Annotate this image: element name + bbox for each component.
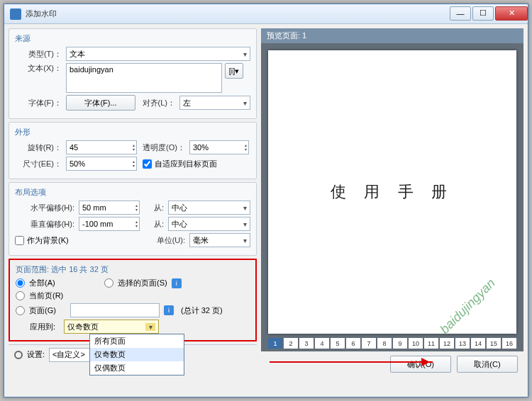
apply-combo[interactable]: 仅奇数页 (64, 320, 159, 334)
shape-title: 外形 (15, 127, 250, 137)
right-panel: 预览页面: 1 使 用 手 册 baidujingyan 1 2 3 4 5 6… (261, 28, 523, 373)
rotate-spin[interactable]: 45 (66, 140, 137, 154)
voffset-label: 垂直偏移(H): (15, 219, 79, 230)
scale-spin[interactable]: 50% (66, 157, 137, 171)
total-pages-text: (总计 32 页) (181, 305, 223, 316)
thumb[interactable]: 2 (284, 338, 298, 349)
apply-dropdown-list: 所有页面 仅奇数页 仅偶数页 (89, 334, 184, 375)
thumb[interactable]: 7 (362, 338, 376, 349)
left-panel: 来源 类型(T)： 文本 文本(X)： baidujingyan [i]▾ 字体… (9, 28, 257, 373)
unit-combo[interactable]: 毫米 (189, 233, 250, 247)
macro-button[interactable]: [i]▾ (225, 63, 243, 79)
pages-input[interactable] (70, 303, 160, 317)
bg-checkbox[interactable] (15, 236, 24, 245)
thumb[interactable]: 3 (299, 338, 314, 349)
thumb[interactable]: 15 (487, 338, 501, 349)
thumb[interactable]: 4 (315, 338, 329, 349)
hfrom-label: 从: (140, 203, 168, 213)
thumb[interactable]: 6 (346, 338, 360, 349)
layout-title: 布局选项 (15, 187, 250, 198)
pages-info-icon: i (164, 305, 174, 315)
text-input[interactable]: baidujingyan (66, 63, 222, 93)
page-content-text: 使 用 手 册 (331, 181, 455, 203)
range-pages-radio[interactable] (16, 306, 25, 315)
scale-label: 尺寸(EE)： (15, 159, 66, 169)
range-all-radio[interactable] (16, 278, 25, 288)
layout-group: 布局选项 水平偏移(H): 50 mm 从: 中心 垂直偏移(H): -100 … (9, 182, 257, 256)
preview-area: 使 用 手 册 baidujingyan 1 2 3 4 5 6 7 8 9 1… (261, 43, 523, 351)
maximize-button[interactable]: ☐ (472, 6, 494, 21)
thumb[interactable]: 8 (377, 338, 392, 349)
preview-header: 预览页面: 1 (261, 28, 523, 43)
range-pages-label: 页面(G) (29, 305, 66, 316)
font-label: 字体(F)： (15, 98, 66, 108)
type-combo[interactable]: 文本 (66, 47, 250, 61)
ok-button[interactable]: 确认(O) (390, 356, 451, 373)
apply-label: 应用到: (16, 322, 60, 332)
bg-label: 作为背景(K) (27, 235, 150, 246)
minimize-button[interactable]: — (450, 6, 471, 21)
settings-label: 设置: (27, 349, 45, 360)
opacity-label: 透明度(O)： (137, 142, 189, 153)
unit-label: 单位(U): (150, 235, 189, 246)
align-label: 对齐(L)： (135, 98, 179, 108)
titlebar: 添加水印 — ☐ ✕ (4, 4, 528, 24)
watermark-text: baidujingyan (437, 276, 498, 337)
preview-page: 使 用 手 册 baidujingyan (268, 50, 516, 334)
gear-icon (14, 351, 23, 359)
thumb[interactable]: 12 (440, 338, 454, 349)
vfrom-combo[interactable]: 中心 (168, 217, 250, 231)
apply-option-even[interactable]: 仅偶数页 (90, 361, 184, 375)
annotation-arrow (270, 361, 433, 363)
thumb[interactable]: 9 (393, 338, 407, 349)
content-area: 来源 类型(T)： 文本 文本(X)： baidujingyan [i]▾ 字体… (4, 24, 528, 377)
range-current-radio[interactable] (16, 291, 25, 300)
type-label: 类型(T)： (15, 49, 66, 60)
thumb[interactable]: 1 (268, 338, 282, 349)
range-selected-radio[interactable] (104, 278, 113, 288)
thumbnail-strip: 1 2 3 4 5 6 7 8 9 10 11 12 13 14 15 16 (268, 338, 516, 349)
hfrom-combo[interactable]: 中心 (168, 200, 250, 215)
range-all-label: 全部(A) (29, 278, 79, 288)
source-group: 来源 类型(T)： 文本 文本(X)： baidujingyan [i]▾ 字体… (9, 28, 257, 119)
thumb[interactable]: 10 (409, 338, 423, 349)
range-current-label: 当前页(R) (29, 290, 63, 301)
window-buttons: — ☐ ✕ (448, 6, 528, 22)
thumb[interactable]: 16 (502, 338, 516, 349)
window-title: 添加水印 (26, 9, 448, 19)
app-icon (10, 9, 21, 20)
apply-option-all[interactable]: 所有页面 (90, 334, 184, 348)
shape-group: 外形 旋转(R)： 45 透明度(O)： 30% 尺寸(EE)： 50% 自适应… (9, 122, 257, 179)
page-range-group: 页面范围: 选中 16 共 32 页 全部(A) 选择的页面(S) i 当前页(… (9, 259, 257, 341)
font-button[interactable]: 字体(F)... (66, 95, 135, 111)
align-combo[interactable]: 左 (179, 96, 250, 110)
rotate-label: 旋转(R)： (15, 142, 66, 153)
close-button[interactable]: ✕ (495, 6, 528, 21)
text-label: 文本(X)： (15, 63, 66, 74)
dialog-window: 添加水印 — ☐ ✕ 来源 类型(T)： 文本 文本(X)： baidujing… (4, 4, 528, 397)
hoffset-spin[interactable]: 50 mm (79, 200, 140, 215)
thumb[interactable]: 14 (471, 338, 485, 349)
fit-checkbox[interactable] (143, 159, 152, 169)
info-icon: i (172, 278, 182, 288)
range-selected-label: 选择的页面(S) (118, 278, 167, 288)
vfrom-label: 从: (140, 219, 168, 230)
range-title: 页面范围: 选中 16 共 32 页 (16, 264, 250, 275)
hoffset-label: 水平偏移(H): (15, 203, 79, 213)
source-title: 来源 (15, 33, 250, 44)
opacity-spin[interactable]: 30% (189, 140, 249, 154)
thumb[interactable]: 13 (455, 338, 470, 349)
voffset-spin[interactable]: -100 mm (79, 217, 140, 231)
thumb[interactable]: 11 (424, 338, 438, 349)
thumb[interactable]: 5 (331, 338, 345, 349)
cancel-button[interactable]: 取消(C) (457, 356, 518, 373)
apply-option-odd[interactable]: 仅奇数页 (90, 348, 184, 361)
fit-label: 自适应到目标页面 (155, 159, 217, 169)
